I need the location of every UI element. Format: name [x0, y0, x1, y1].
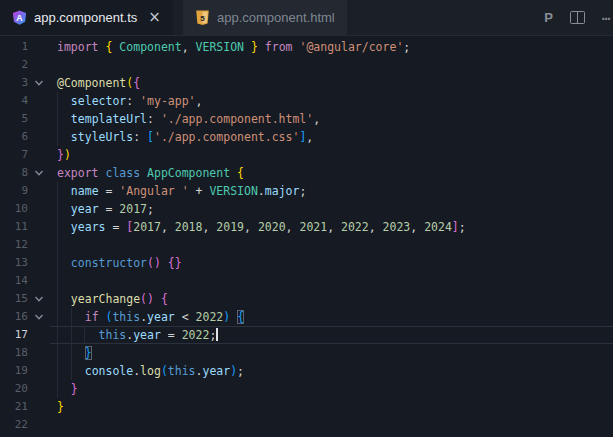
code-editor[interactable]: 1import { Component, VERSION } from '@an… — [0, 36, 613, 434]
code-line-9[interactable]: 9 name = 'Angular ' + VERSION.major; — [0, 182, 613, 200]
editor-actions: P ⋯ — [544, 0, 613, 35]
tab-app-component-ts[interactable]: A app.component.ts × — [0, 0, 173, 35]
line-number: 16 — [0, 308, 28, 326]
tab-label: app.component.html — [217, 10, 335, 25]
code-line-5[interactable]: 5 templateUrl: './app.component.html', — [0, 110, 613, 128]
line-number: 3 — [0, 74, 28, 92]
line-number: 13 — [0, 254, 28, 272]
code-text: import { Component, VERSION } from '@ang… — [50, 38, 613, 56]
code-line-18[interactable]: 18 } — [0, 344, 613, 362]
fold-gutter — [28, 110, 50, 128]
code-line-17[interactable]: 17 this.year = 2022; — [0, 326, 613, 344]
fold-chevron-icon[interactable] — [28, 308, 50, 326]
line-number: 2 — [0, 56, 28, 74]
indent-guide — [57, 110, 58, 128]
fold-gutter — [28, 92, 50, 110]
code-line-16[interactable]: 16 if (this.year < 2022) { — [0, 308, 613, 326]
indent-guide — [57, 182, 58, 200]
code-text: selector: 'my-app', — [50, 92, 613, 110]
line-number: 9 — [0, 182, 28, 200]
fold-gutter — [28, 182, 50, 200]
fold-gutter — [28, 236, 50, 254]
line-number: 10 — [0, 200, 28, 218]
code-text: } — [50, 398, 613, 416]
code-line-14[interactable]: 14 — [0, 272, 613, 290]
code-text — [50, 236, 613, 254]
editor-tab-bar: A app.component.ts × 5 app.component.htm… — [0, 0, 613, 36]
code-text: styleUrls: ['./app.component.css'], — [50, 128, 613, 146]
line-number: 22 — [0, 416, 28, 434]
code-line-13[interactable]: 13 constructor() {} — [0, 254, 613, 272]
code-line-15[interactable]: 15 yearChange() { — [0, 290, 613, 308]
code-text: this.year = 2022; — [50, 326, 613, 344]
code-line-22[interactable]: 22 — [0, 416, 613, 434]
fold-gutter — [28, 344, 50, 362]
code-text — [50, 56, 613, 74]
code-text: @Component({ — [50, 74, 613, 92]
code-line-6[interactable]: 6 styleUrls: ['./app.component.css'], — [0, 128, 613, 146]
indent-guide — [57, 128, 58, 146]
code-line-21[interactable]: 21} — [0, 398, 613, 416]
fold-gutter — [28, 398, 50, 416]
indent-guide — [71, 344, 72, 362]
code-text: constructor() {} — [50, 254, 613, 272]
line-number: 12 — [0, 236, 28, 254]
line-number: 18 — [0, 344, 28, 362]
fold-gutter — [28, 56, 50, 74]
indent-guide — [57, 326, 58, 344]
line-number: 11 — [0, 218, 28, 236]
code-text: if (this.year < 2022) { — [50, 308, 613, 326]
code-line-3[interactable]: 3@Component({ — [0, 74, 613, 92]
tab-app-component-html[interactable]: 5 app.component.html — [183, 0, 347, 35]
line-number: 5 — [0, 110, 28, 128]
fold-gutter — [28, 200, 50, 218]
code-line-7[interactable]: 7}) — [0, 146, 613, 164]
fold-gutter — [28, 218, 50, 236]
code-line-8[interactable]: 8export class AppComponent { — [0, 164, 613, 182]
line-number: 8 — [0, 164, 28, 182]
code-text: }) — [50, 146, 613, 164]
code-line-4[interactable]: 4 selector: 'my-app', — [0, 92, 613, 110]
code-text: } — [50, 380, 613, 398]
line-number: 21 — [0, 398, 28, 416]
fold-gutter — [28, 254, 50, 272]
fold-gutter — [28, 128, 50, 146]
html5-icon: 5 — [195, 10, 210, 25]
code-text — [50, 272, 613, 290]
indent-guide — [57, 218, 58, 236]
code-line-10[interactable]: 10 year = 2017; — [0, 200, 613, 218]
line-number: 15 — [0, 290, 28, 308]
line-number: 6 — [0, 128, 28, 146]
fold-gutter — [28, 362, 50, 380]
fold-chevron-icon[interactable] — [28, 290, 50, 308]
line-number: 17 — [0, 326, 28, 344]
angular-icon: A — [12, 10, 27, 25]
line-number: 4 — [0, 92, 28, 110]
fold-chevron-icon[interactable] — [28, 74, 50, 92]
code-line-19[interactable]: 19 console.log(this.year); — [0, 362, 613, 380]
fold-gutter — [28, 38, 50, 56]
code-text: name = 'Angular ' + VERSION.major; — [50, 182, 613, 200]
code-line-11[interactable]: 11 years = [2017, 2018, 2019, 2020, 2021… — [0, 218, 613, 236]
code-line-2[interactable]: 2 — [0, 56, 613, 74]
close-icon[interactable]: × — [144, 10, 161, 25]
fold-chevron-icon[interactable] — [28, 164, 50, 182]
line-number: 14 — [0, 272, 28, 290]
indent-guide — [57, 92, 58, 110]
indent-guide — [57, 308, 58, 326]
code-line-20[interactable]: 20 } — [0, 380, 613, 398]
code-line-1[interactable]: 1import { Component, VERSION } from '@an… — [0, 38, 613, 56]
code-text: year = 2017; — [50, 200, 613, 218]
fold-gutter — [28, 326, 50, 344]
indent-guide — [84, 326, 85, 344]
line-number: 1 — [0, 38, 28, 56]
split-editor-icon[interactable] — [570, 11, 585, 24]
fold-gutter — [28, 380, 50, 398]
line-number: 7 — [0, 146, 28, 164]
more-actions-icon[interactable]: ⋯ — [602, 10, 611, 26]
code-line-12[interactable]: 12 — [0, 236, 613, 254]
code-text: console.log(this.year); — [50, 362, 613, 380]
prettier-format-icon[interactable]: P — [544, 10, 553, 25]
indent-guide — [57, 344, 58, 362]
line-number: 20 — [0, 380, 28, 398]
